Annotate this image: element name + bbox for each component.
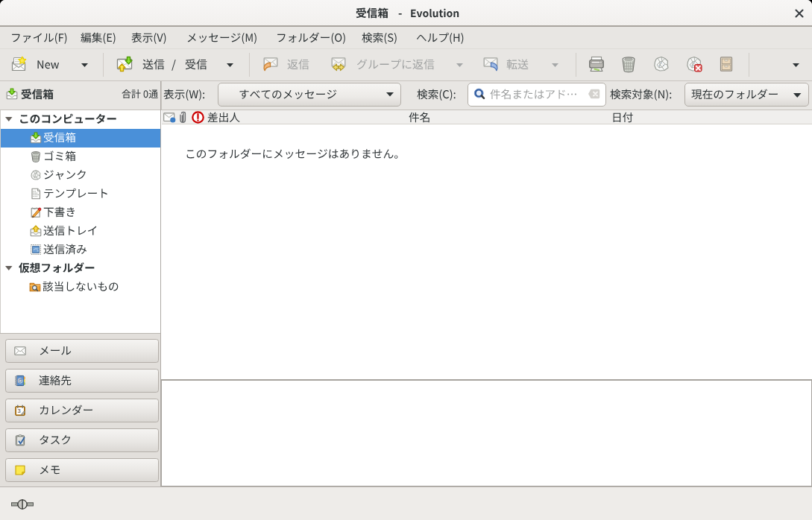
svg-text:@: @ [17, 378, 22, 383]
svg-text:3: 3 [17, 408, 20, 414]
